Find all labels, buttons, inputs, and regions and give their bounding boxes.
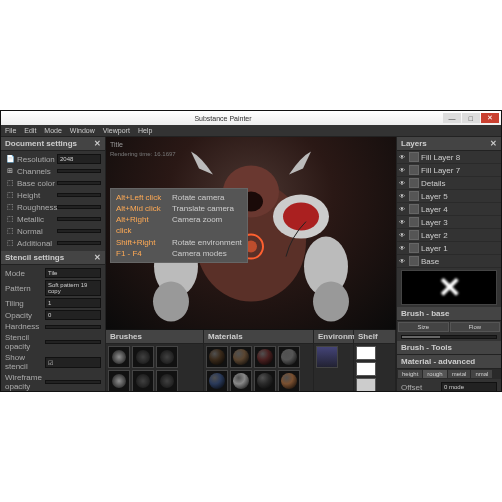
menu-mode[interactable]: Mode [44,127,62,134]
brush-thumb[interactable] [156,370,178,391]
tab-rough[interactable]: rough [423,370,446,378]
setting-icon: ⬚ [5,226,15,236]
layer-thumb [409,217,419,227]
layer-thumb [409,204,419,214]
doc-setting-row[interactable]: 📄Resolution2048 [5,153,101,165]
layer-row[interactable]: 👁Layer 1 [397,242,501,255]
tab-nmal[interactable]: nmal [471,370,492,378]
material-thumb[interactable] [230,346,252,368]
brush-thumb[interactable] [108,346,130,368]
layers-header[interactable]: Layers✕ [397,137,501,151]
brush-thumb[interactable] [156,346,178,368]
layer-thumb [409,191,419,201]
material-thumb[interactable] [254,370,276,391]
flow-tab[interactable]: Flow [450,322,501,332]
material-thumb[interactable] [206,370,228,391]
envs-header: Environments [314,330,353,344]
doc-setting-row[interactable]: ⬚Additional [5,237,101,249]
size-tab[interactable]: Size [398,322,449,332]
stencil-input[interactable]: Soft pattern 19 copy [45,280,101,296]
layer-name: Layer 5 [421,192,448,201]
layer-row[interactable]: 👁Fill Layer 8 [397,151,501,164]
setting-icon: ⬚ [5,202,15,212]
material-prop-row: Offset0 mode [401,381,497,391]
doc-setting-row[interactable]: ⬚Metallic [5,213,101,225]
shelf-swatch[interactable] [356,346,376,360]
layer-name: Fill Layer 7 [421,166,460,175]
close-icon[interactable]: ✕ [490,139,497,148]
brushes-header: Brushes [106,330,203,344]
menu-edit[interactable]: Edit [24,127,36,134]
materials-header: Materials [204,330,313,344]
svg-point-10 [313,282,349,322]
visibility-icon[interactable]: 👁 [399,206,407,212]
stencil-input[interactable]: 1 [45,298,101,308]
brush-thumb[interactable] [108,370,130,391]
doc-setting-row[interactable]: ⬚Normal [5,225,101,237]
visibility-icon[interactable]: 👁 [399,219,407,225]
doc-settings-header[interactable]: Document settings✕ [1,137,105,151]
visibility-icon[interactable]: 👁 [399,154,407,160]
material-thumb[interactable] [230,370,252,391]
layer-row[interactable]: 👁Base [397,255,501,268]
visibility-icon[interactable]: 👁 [399,180,407,186]
visibility-icon[interactable]: 👁 [399,232,407,238]
visibility-icon[interactable]: 👁 [399,258,407,264]
menu-file[interactable]: File [5,127,16,134]
menu-window[interactable]: Window [70,127,95,134]
stencil-input[interactable] [45,340,101,344]
shelf-swatch[interactable] [356,362,376,376]
layer-name: Details [421,179,445,188]
env-thumb[interactable] [316,346,338,368]
layer-thumb [409,165,419,175]
shelf-header: Shelf [354,330,395,344]
layer-row[interactable]: 👁Fill Layer 7 [397,164,501,177]
material-adv-header: Material - advanced [397,355,501,369]
material-input[interactable]: 0 mode [441,382,497,391]
close-icon[interactable]: ✕ [94,253,101,262]
setting-icon: 📄 [5,154,15,164]
doc-setting-row[interactable]: ⊞Channels [5,165,101,177]
stencil-input[interactable]: ☑ [45,357,101,368]
visibility-icon[interactable]: 👁 [399,193,407,199]
doc-setting-row[interactable]: ⬚Height [5,189,101,201]
menubar: File Edit Mode Window Viewport Help [1,125,501,137]
brush-size-slider[interactable] [401,335,497,339]
brush-base-header: Brush - base [397,307,501,321]
visibility-icon[interactable]: 👁 [399,245,407,251]
stencil-input[interactable]: 0 [45,310,101,320]
brush-thumb[interactable] [132,370,154,391]
shelf-swatch[interactable] [356,378,376,391]
maximize-button[interactable]: □ [462,113,480,123]
doc-setting-row[interactable]: ⬚Roughness [5,201,101,213]
layer-row[interactable]: 👁Details [397,177,501,190]
tab-height[interactable]: height [398,370,422,378]
menu-help[interactable]: Help [138,127,152,134]
layer-name: Layer 3 [421,218,448,227]
stencil-row: Stencil opacity [5,332,101,352]
layer-row[interactable]: 👁Layer 4 [397,203,501,216]
stencil-input[interactable] [45,325,101,329]
layer-row[interactable]: 👁Layer 5 [397,190,501,203]
tab-metal[interactable]: metal [448,370,471,378]
stencil-input[interactable]: Tile [45,268,101,278]
material-thumb[interactable] [206,346,228,368]
doc-setting-row[interactable]: ⬚Base color [5,177,101,189]
visibility-icon[interactable]: 👁 [399,167,407,173]
close-icon[interactable]: ✕ [94,139,101,148]
material-thumb[interactable] [254,346,276,368]
layer-row[interactable]: 👁Layer 3 [397,216,501,229]
minimize-button[interactable]: — [443,113,461,123]
brush-thumb[interactable] [132,346,154,368]
stencil-input[interactable] [45,380,101,384]
layer-name: Layer 4 [421,205,448,214]
viewport[interactable]: Title Rendering time: 16.1697 [106,137,396,329]
close-button[interactable]: ✕ [481,113,499,123]
layer-row[interactable]: 👁Layer 2 [397,229,501,242]
setting-icon: ⬚ [5,190,15,200]
stencil-header[interactable]: Stencil settings✕ [1,251,105,265]
menu-viewport[interactable]: Viewport [103,127,130,134]
material-thumb[interactable] [278,370,300,391]
layer-thumb [409,243,419,253]
material-thumb[interactable] [278,346,300,368]
